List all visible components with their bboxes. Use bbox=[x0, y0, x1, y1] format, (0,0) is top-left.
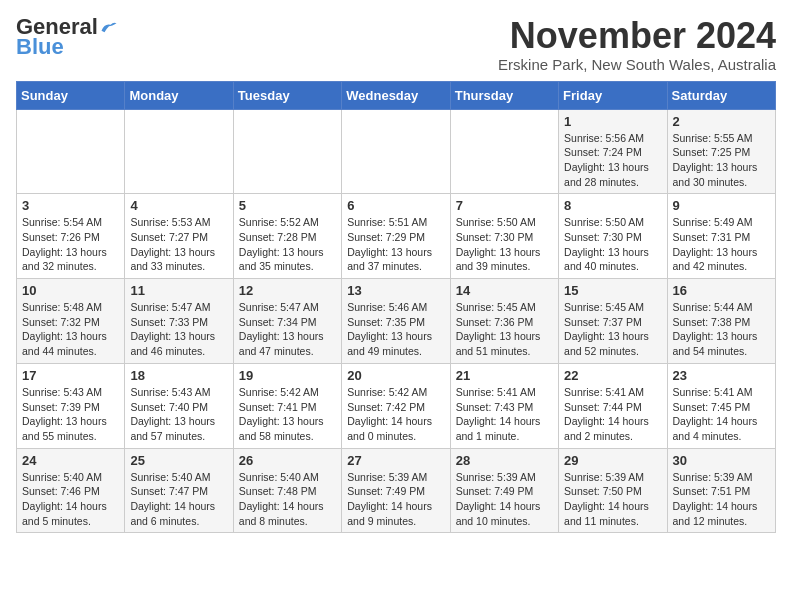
day-info: and 49 minutes. bbox=[347, 344, 444, 359]
day-info: Sunrise: 5:39 AM bbox=[564, 470, 661, 485]
day-info: Daylight: 13 hours bbox=[673, 329, 770, 344]
day-number: 14 bbox=[456, 283, 553, 298]
day-info: and 47 minutes. bbox=[239, 344, 336, 359]
day-info: Daylight: 14 hours bbox=[130, 499, 227, 514]
day-info: Sunrise: 5:45 AM bbox=[456, 300, 553, 315]
day-info: Daylight: 13 hours bbox=[673, 160, 770, 175]
day-cell: 13Sunrise: 5:46 AMSunset: 7:35 PMDayligh… bbox=[342, 279, 450, 364]
day-info: Sunset: 7:43 PM bbox=[456, 400, 553, 415]
day-info: and 0 minutes. bbox=[347, 429, 444, 444]
day-info: Sunrise: 5:41 AM bbox=[564, 385, 661, 400]
day-info: Daylight: 14 hours bbox=[456, 499, 553, 514]
day-number: 21 bbox=[456, 368, 553, 383]
day-cell: 11Sunrise: 5:47 AMSunset: 7:33 PMDayligh… bbox=[125, 279, 233, 364]
day-info: Sunrise: 5:49 AM bbox=[673, 215, 770, 230]
week-row-1: 1Sunrise: 5:56 AMSunset: 7:24 PMDaylight… bbox=[17, 109, 776, 194]
day-info: Daylight: 13 hours bbox=[130, 329, 227, 344]
day-info: Sunset: 7:49 PM bbox=[347, 484, 444, 499]
day-number: 25 bbox=[130, 453, 227, 468]
day-cell: 4Sunrise: 5:53 AMSunset: 7:27 PMDaylight… bbox=[125, 194, 233, 279]
day-info: and 39 minutes. bbox=[456, 259, 553, 274]
day-info: and 37 minutes. bbox=[347, 259, 444, 274]
day-info: Daylight: 14 hours bbox=[239, 499, 336, 514]
day-info: Daylight: 13 hours bbox=[347, 245, 444, 260]
day-info: and 8 minutes. bbox=[239, 514, 336, 529]
day-number: 23 bbox=[673, 368, 770, 383]
day-info: and 11 minutes. bbox=[564, 514, 661, 529]
day-info: Sunrise: 5:43 AM bbox=[130, 385, 227, 400]
day-info: Daylight: 13 hours bbox=[130, 414, 227, 429]
day-info: Sunset: 7:35 PM bbox=[347, 315, 444, 330]
day-cell: 1Sunrise: 5:56 AMSunset: 7:24 PMDaylight… bbox=[559, 109, 667, 194]
day-info: Daylight: 13 hours bbox=[673, 245, 770, 260]
day-number: 4 bbox=[130, 198, 227, 213]
day-info: and 4 minutes. bbox=[673, 429, 770, 444]
day-number: 9 bbox=[673, 198, 770, 213]
day-cell bbox=[233, 109, 341, 194]
day-info: Sunrise: 5:50 AM bbox=[564, 215, 661, 230]
location: Erskine Park, New South Wales, Australia bbox=[498, 56, 776, 73]
day-info: Daylight: 14 hours bbox=[673, 414, 770, 429]
day-info: Sunrise: 5:51 AM bbox=[347, 215, 444, 230]
day-info: Sunset: 7:48 PM bbox=[239, 484, 336, 499]
day-info: Sunrise: 5:40 AM bbox=[239, 470, 336, 485]
day-info: Sunset: 7:39 PM bbox=[22, 400, 119, 415]
day-info: and 33 minutes. bbox=[130, 259, 227, 274]
day-number: 22 bbox=[564, 368, 661, 383]
day-info: Sunset: 7:28 PM bbox=[239, 230, 336, 245]
day-info: and 57 minutes. bbox=[130, 429, 227, 444]
day-cell bbox=[125, 109, 233, 194]
day-info: and 55 minutes. bbox=[22, 429, 119, 444]
day-number: 13 bbox=[347, 283, 444, 298]
day-cell: 15Sunrise: 5:45 AMSunset: 7:37 PMDayligh… bbox=[559, 279, 667, 364]
day-info: and 35 minutes. bbox=[239, 259, 336, 274]
day-info: Sunrise: 5:44 AM bbox=[673, 300, 770, 315]
day-info: Sunset: 7:24 PM bbox=[564, 145, 661, 160]
day-info: Sunrise: 5:48 AM bbox=[22, 300, 119, 315]
day-info: and 32 minutes. bbox=[22, 259, 119, 274]
header: General Blue November 2024 Erskine Park,… bbox=[16, 16, 776, 73]
day-info: Sunrise: 5:53 AM bbox=[130, 215, 227, 230]
day-info: Daylight: 13 hours bbox=[22, 245, 119, 260]
week-row-5: 24Sunrise: 5:40 AMSunset: 7:46 PMDayligh… bbox=[17, 448, 776, 533]
day-info: and 12 minutes. bbox=[673, 514, 770, 529]
calendar: SundayMondayTuesdayWednesdayThursdayFrid… bbox=[16, 81, 776, 534]
day-cell: 16Sunrise: 5:44 AMSunset: 7:38 PMDayligh… bbox=[667, 279, 775, 364]
day-info: and 40 minutes. bbox=[564, 259, 661, 274]
day-number: 3 bbox=[22, 198, 119, 213]
day-cell: 30Sunrise: 5:39 AMSunset: 7:51 PMDayligh… bbox=[667, 448, 775, 533]
day-info: Sunrise: 5:56 AM bbox=[564, 131, 661, 146]
day-info: Daylight: 14 hours bbox=[347, 499, 444, 514]
day-info: and 5 minutes. bbox=[22, 514, 119, 529]
day-number: 17 bbox=[22, 368, 119, 383]
weekday-header-saturday: Saturday bbox=[667, 81, 775, 109]
day-info: Sunset: 7:38 PM bbox=[673, 315, 770, 330]
day-cell: 25Sunrise: 5:40 AMSunset: 7:47 PMDayligh… bbox=[125, 448, 233, 533]
weekday-header-row: SundayMondayTuesdayWednesdayThursdayFrid… bbox=[17, 81, 776, 109]
day-info: Sunrise: 5:46 AM bbox=[347, 300, 444, 315]
day-cell: 20Sunrise: 5:42 AMSunset: 7:42 PMDayligh… bbox=[342, 363, 450, 448]
day-info: and 52 minutes. bbox=[564, 344, 661, 359]
day-number: 30 bbox=[673, 453, 770, 468]
day-number: 28 bbox=[456, 453, 553, 468]
weekday-header-wednesday: Wednesday bbox=[342, 81, 450, 109]
day-info: Daylight: 13 hours bbox=[239, 245, 336, 260]
day-info: and 42 minutes. bbox=[673, 259, 770, 274]
day-number: 10 bbox=[22, 283, 119, 298]
day-cell: 24Sunrise: 5:40 AMSunset: 7:46 PMDayligh… bbox=[17, 448, 125, 533]
day-info: Daylight: 13 hours bbox=[564, 160, 661, 175]
week-row-2: 3Sunrise: 5:54 AMSunset: 7:26 PMDaylight… bbox=[17, 194, 776, 279]
day-info: Daylight: 13 hours bbox=[130, 245, 227, 260]
day-cell: 29Sunrise: 5:39 AMSunset: 7:50 PMDayligh… bbox=[559, 448, 667, 533]
logo: General Blue bbox=[16, 16, 118, 60]
day-info: Sunrise: 5:47 AM bbox=[130, 300, 227, 315]
day-number: 5 bbox=[239, 198, 336, 213]
day-info: Sunset: 7:36 PM bbox=[456, 315, 553, 330]
day-cell: 7Sunrise: 5:50 AMSunset: 7:30 PMDaylight… bbox=[450, 194, 558, 279]
day-cell: 27Sunrise: 5:39 AMSunset: 7:49 PMDayligh… bbox=[342, 448, 450, 533]
day-info: Sunrise: 5:40 AM bbox=[130, 470, 227, 485]
day-info: and 54 minutes. bbox=[673, 344, 770, 359]
day-cell: 5Sunrise: 5:52 AMSunset: 7:28 PMDaylight… bbox=[233, 194, 341, 279]
day-info: and 6 minutes. bbox=[130, 514, 227, 529]
day-info: and 1 minute. bbox=[456, 429, 553, 444]
